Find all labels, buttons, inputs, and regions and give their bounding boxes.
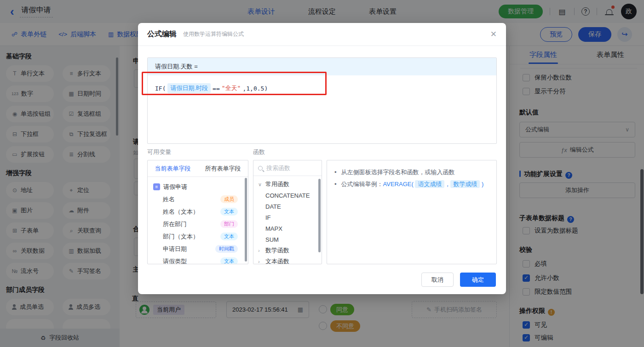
function-concatenate[interactable]: CONCATENATE: [258, 190, 322, 201]
hint-fn: AVERAGE(: [383, 181, 414, 188]
variable-row[interactable]: 姓名成员: [153, 193, 243, 205]
tab-current-form-fields[interactable]: 当前表单字段: [148, 160, 198, 176]
variables-list: ≡ 请假申请 姓名成员 姓名（文本）文本 所在部门部门 部门（文本）文本 申请日…: [148, 177, 248, 264]
app-window: ‹ 请假申请 表单设计 流程设定 表单设置 数据管理 ▤ ? 政 ☍表单外链 <…: [0, 0, 644, 347]
cancel-button[interactable]: 取消: [421, 273, 454, 287]
formula-field-token[interactable]: 请假日期.时段: [167, 83, 211, 93]
variable-name: 请假类型: [163, 257, 187, 265]
type-badge: 文本: [220, 208, 238, 216]
functions-label: 函数: [253, 148, 265, 156]
group-label: 文本函数: [265, 257, 289, 264]
modal-subtitle: 使用数学运算符编辑公式: [183, 30, 244, 38]
variable-row[interactable]: 部门（文本）文本: [153, 230, 243, 243]
hint-close: ): [482, 181, 483, 188]
variable-name: 申请日期: [163, 245, 187, 253]
function-if[interactable]: IF: [258, 212, 322, 223]
type-badge: 文本: [220, 257, 238, 264]
group-label: 常用函数: [265, 180, 289, 188]
formula-string: "全天": [222, 84, 241, 92]
formula-fn: IF(: [155, 85, 166, 92]
formula-target-band: 请假日期.天数 =: [148, 58, 496, 75]
hint-token: 数学成绩: [450, 180, 480, 188]
function-search-input[interactable]: [266, 165, 312, 171]
function-mapx[interactable]: MAPX: [258, 223, 322, 234]
modal-title: 公式编辑: [147, 29, 177, 39]
close-icon[interactable]: ✕: [490, 29, 497, 39]
hint-text: 从左侧面板选择字段名和函数，或输入函数: [341, 169, 455, 176]
function-date[interactable]: DATE: [258, 201, 322, 212]
variable-name: 所在部门: [163, 220, 187, 228]
hints-panel: 从左侧面板选择字段名和函数，或输入函数 公式编辑举例：AVERAGE( 语文成绩…: [327, 160, 497, 264]
variables-panel: 当前表单字段 所有表单字段 ≡ 请假申请 姓名成员 姓名（文本）文本 所在部门部…: [147, 160, 248, 264]
variable-name: 姓名（文本）: [163, 208, 199, 216]
formula-editor[interactable]: 请假日期.天数 = IF( 请假日期.时段 =="全天",1,0.5): [147, 57, 497, 144]
hint-line-1: 从左侧面板选择字段名和函数，或输入函数: [334, 166, 489, 178]
formula-target: 请假日期.天数 =: [155, 63, 198, 71]
formula-tail: ,1,0.5): [242, 85, 268, 92]
type-badge: 成员: [220, 195, 238, 203]
function-sum[interactable]: SUM: [258, 234, 322, 245]
type-badge: 时间戳: [215, 245, 238, 253]
modal-header: 公式编辑 使用数学运算符编辑公式 ✕: [138, 23, 506, 46]
hint-comma: ，: [444, 181, 450, 188]
functions-panel: ∨常用函数 CONCATENATE DATE IF MAPX SUM ›数学函数…: [253, 160, 322, 264]
formula-expression[interactable]: IF( 请假日期.时段 =="全天",1,0.5): [148, 75, 496, 101]
variables-label: 可用变量: [147, 148, 171, 156]
chevron-right-icon: ›: [258, 259, 263, 264]
hint-line-2: 公式编辑举例：AVERAGE( 语文成绩，数学成绩 ): [334, 178, 489, 190]
variables-tabs: 当前表单字段 所有表单字段: [148, 160, 248, 177]
variable-row[interactable]: 申请日期时间戳: [153, 243, 243, 255]
formula-editor-modal: 公式编辑 使用数学运算符编辑公式 ✕ 请假日期.天数 = IF( 请假日期.时段…: [138, 23, 506, 294]
group-text-functions[interactable]: ›文本函数: [258, 256, 322, 264]
type-badge: 文本: [220, 233, 238, 240]
functions-scrollbar[interactable]: [318, 179, 321, 252]
variable-row[interactable]: 请假类型文本: [153, 255, 243, 264]
hint-text: 公式编辑举例：: [341, 181, 383, 188]
confirm-button[interactable]: 确定: [460, 273, 496, 287]
group-math-functions[interactable]: ›数学函数: [258, 245, 322, 256]
hint-token: 语文成绩: [415, 180, 444, 188]
function-search: [253, 160, 322, 176]
formula-operator: ==: [213, 85, 220, 92]
variable-name: 部门（文本）: [163, 233, 199, 241]
variable-name: 姓名: [163, 195, 175, 204]
type-badge: 部门: [220, 220, 238, 228]
form-doc-icon: ≡: [153, 183, 160, 190]
chevron-right-icon: ›: [258, 248, 263, 253]
variable-row[interactable]: 所在部门部门: [153, 218, 243, 230]
chevron-down-icon: ∨: [258, 182, 263, 188]
search-icon: [258, 166, 263, 171]
modal-footer: 取消 确定: [421, 273, 496, 287]
group-common-functions[interactable]: ∨常用函数: [258, 179, 322, 190]
form-node-label: 请假申请: [163, 183, 187, 191]
group-label: 数学函数: [265, 246, 289, 255]
functions-tree: ∨常用函数 CONCATENATE DATE IF MAPX SUM ›数学函数…: [253, 176, 322, 264]
form-node[interactable]: ≡ 请假申请: [153, 181, 243, 193]
tab-all-form-fields[interactable]: 所有表单字段: [198, 160, 248, 176]
variable-row[interactable]: 姓名（文本）文本: [153, 205, 243, 218]
variables-scrollbar[interactable]: [245, 178, 247, 262]
